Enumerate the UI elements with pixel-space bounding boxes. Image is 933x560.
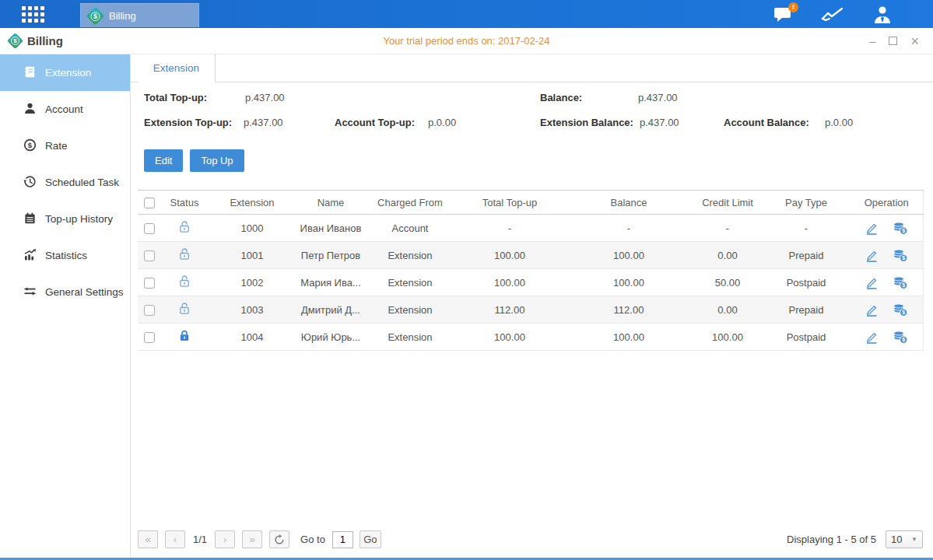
cell-total-topup: - [455, 215, 564, 242]
edit-icon[interactable] [865, 303, 879, 317]
unlocked-icon [178, 306, 191, 317]
row-checkbox[interactable] [144, 223, 155, 234]
prev-page-button[interactable]: ‹ [165, 530, 185, 548]
topup-coins-icon[interactable]: $ [893, 331, 908, 344]
cell-total-topup: 100.00 [455, 269, 564, 296]
next-page-button[interactable]: › [215, 530, 235, 548]
cell-total-topup: 100.00 [455, 324, 564, 351]
total-topup-label: Total Top-up: [144, 92, 207, 103]
user-account-icon[interactable] [872, 5, 893, 23]
edit-icon[interactable] [865, 222, 879, 235]
row-checkbox[interactable] [144, 305, 155, 316]
notifications-icon[interactable]: ! [773, 6, 793, 23]
go-button[interactable]: Go [360, 530, 381, 548]
svg-text:$: $ [28, 141, 33, 149]
statistics-icon [23, 248, 37, 264]
cell-charged-from: Extension [365, 296, 455, 324]
page-size-select[interactable]: 10 ▼ [886, 530, 923, 548]
sidebar-item-extension[interactable]: Extension [0, 54, 130, 91]
extension-balance-value: p.437.00 [640, 117, 679, 128]
tab-bar: Extension [131, 54, 933, 82]
row-checkbox[interactable] [144, 332, 155, 343]
first-page-button[interactable]: « [138, 530, 158, 548]
cell-total-topup: 112.00 [455, 296, 564, 324]
cell-balance: 100.00 [564, 242, 693, 269]
account-icon [23, 102, 37, 117]
cell-balance: 100.00 [564, 269, 693, 296]
cell-pay-type: Prepaid [762, 296, 851, 324]
tab-extension[interactable]: Extension [138, 54, 216, 82]
rate-icon: $ [23, 138, 37, 154]
col-balance: Balance [564, 191, 693, 215]
topup-coins-icon[interactable]: $ [893, 249, 908, 262]
select-all-checkbox[interactable] [144, 198, 155, 208]
cell-credit-limit: 50.00 [693, 269, 762, 296]
topup-history-icon [23, 212, 37, 227]
topup-coins-icon[interactable]: $ [893, 222, 908, 235]
edit-icon[interactable] [865, 249, 879, 262]
col-name: Name [296, 191, 365, 215]
topup-button[interactable]: Top Up [190, 149, 244, 172]
last-page-button[interactable]: » [242, 530, 262, 548]
edit-icon[interactable] [865, 276, 879, 289]
taskbar-tab-label: Billing [109, 10, 136, 22]
col-extension: Extension [208, 191, 296, 215]
sidebar-item-general-settings[interactable]: General Settings [0, 274, 130, 310]
col-credit-limit: Credit Limit [693, 191, 762, 215]
sidebar-item-statistics[interactable]: Statistics [0, 237, 130, 274]
maximize-icon[interactable] [889, 37, 897, 45]
svg-text:$: $ [902, 282, 905, 289]
sidebar-item-rate[interactable]: $ Rate [0, 128, 130, 164]
taskbar-tab-billing[interactable]: $ Billing [80, 3, 199, 27]
cell-credit-limit: 0.00 [693, 242, 762, 269]
sidebar-item-account[interactable]: Account [0, 91, 130, 128]
resource-monitor-icon[interactable] [821, 5, 844, 23]
extension-topup-label: Extension Top-up: [144, 117, 232, 128]
row-checkbox[interactable] [144, 250, 155, 261]
col-status: Status [161, 191, 208, 215]
edit-button[interactable]: Edit [144, 149, 183, 172]
minimize-icon[interactable]: – [869, 35, 875, 47]
main-menu-grid-icon[interactable] [22, 6, 44, 23]
table-row: 1002 Мария Ива... Extension 100.00 100.0… [138, 269, 923, 296]
trial-notice: Your trial period ends on: 2017-02-24 [187, 35, 746, 47]
svg-text:$: $ [902, 228, 905, 234]
account-topup-value: p.0.00 [428, 117, 456, 128]
system-top-bar: $ Billing ! [0, 0, 933, 28]
col-pay-type: Pay Type [762, 191, 851, 215]
cell-charged-from: Extension [365, 269, 455, 296]
cell-name: Юрий Юрь... [296, 324, 365, 351]
cell-name: Мария Ива... [296, 269, 365, 296]
account-balance-label: Account Balance: [724, 117, 809, 128]
goto-page-input[interactable] [332, 531, 353, 548]
general-settings-icon [23, 285, 37, 300]
unlocked-icon [178, 251, 191, 263]
billing-window-icon: $ [7, 33, 23, 49]
edit-icon[interactable] [865, 331, 879, 344]
topup-coins-icon[interactable]: $ [893, 276, 908, 289]
balance-label: Balance: [540, 92, 582, 103]
sidebar-item-label: General Settings [45, 286, 124, 298]
balance-value: p.437.00 [638, 92, 678, 103]
cell-charged-from: Account [365, 215, 455, 242]
cell-name: Петр Петров [296, 242, 365, 269]
row-checkbox[interactable] [144, 278, 155, 289]
table-row: 1001 Петр Петров Extension 100.00 100.00… [138, 242, 923, 269]
table-row: 1000 Иван Иванов Account - - - - $ [138, 215, 923, 242]
sidebar-item-scheduled-task[interactable]: Scheduled Task [0, 164, 130, 201]
window-title: Billing [27, 34, 63, 47]
cell-extension: 1003 [208, 296, 296, 324]
refresh-button[interactable] [269, 530, 289, 548]
cell-credit-limit: - [693, 215, 762, 242]
close-icon[interactable]: × [910, 34, 919, 48]
billing-window: $ Billing ! $ Billing Your trial period … [0, 0, 933, 560]
account-topup-label: Account Top-up: [335, 117, 415, 128]
svg-text:$: $ [902, 255, 905, 261]
sidebar-item-topup-history[interactable]: Top-up History [0, 201, 130, 237]
sidebar-item-label: Scheduled Task [45, 177, 119, 188]
svg-text:$: $ [902, 337, 905, 343]
total-topup-value: p.437.00 [245, 92, 285, 103]
billing-app-icon: $ [86, 6, 104, 25]
sidebar-item-label: Statistics [45, 250, 87, 261]
topup-coins-icon[interactable]: $ [893, 303, 908, 317]
